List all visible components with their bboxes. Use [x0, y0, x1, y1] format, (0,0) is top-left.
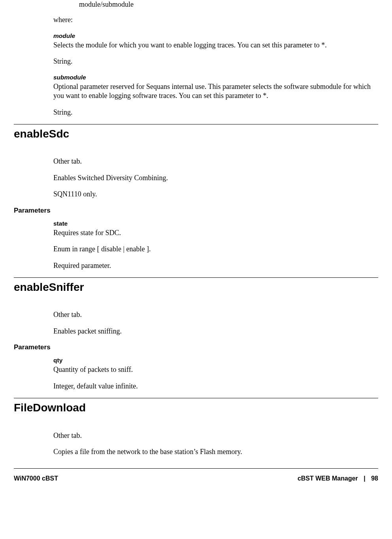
- page-footer: WiN7000 cBST cBST WEB Manager | 98: [14, 472, 378, 491]
- param-term-submodule: submodule: [53, 74, 374, 81]
- parameters-heading: Parameters: [14, 206, 374, 215]
- param-term-module: module: [53, 32, 374, 40]
- heading-enablesniffer: enableSniffer: [14, 280, 378, 294]
- param-required-state: Required parameter.: [53, 261, 374, 270]
- param-desc-state: Requires state for SDC.: [53, 228, 374, 237]
- param-desc-submodule: Optional parameter reserved for Sequans …: [53, 82, 374, 101]
- param-type-qty: Integer, default value infinite.: [53, 382, 374, 391]
- section-body-enablesniffer: Other tab. Enables packet sniffing. Para…: [14, 310, 378, 391]
- footer-right: cBST WEB Manager | 98: [298, 475, 378, 483]
- footer-title: cBST WEB Manager: [298, 475, 358, 482]
- heading-filedownload: FileDownload: [14, 401, 378, 415]
- syntax-line: module/submodule: [53, 0, 374, 9]
- para: Enables Switched Diversity Combining.: [53, 173, 374, 183]
- document-page: module/submodule where: module Selects t…: [0, 0, 392, 514]
- para: Other tab.: [53, 310, 374, 319]
- section-body-enablesdc: Other tab. Enables Switched Diversity Co…: [14, 157, 378, 270]
- where-label: where:: [53, 15, 374, 24]
- param-type-module: String.: [53, 57, 374, 66]
- param-desc-module: Selects the module for which you want to…: [53, 41, 374, 50]
- param-range-state: Enum in range [ disable | enable ].: [53, 245, 374, 254]
- para: Other tab.: [53, 157, 374, 166]
- section-divider: [14, 124, 378, 124]
- section-divider: [14, 277, 378, 278]
- footer-left: WiN7000 cBST: [14, 475, 58, 483]
- footer-separator: |: [364, 475, 365, 482]
- para: Copies a file from the network to the ba…: [53, 447, 374, 456]
- section-body-filedownload: Other tab. Copies a file from the networ…: [14, 431, 378, 457]
- param-type-submodule: String.: [53, 108, 374, 117]
- param-term-state: state: [53, 220, 374, 228]
- parameters-heading: Parameters: [14, 343, 374, 352]
- section-divider: [14, 398, 378, 398]
- page-number: 98: [371, 475, 378, 482]
- param-desc-qty: Quantity of packets to sniff.: [53, 365, 374, 374]
- heading-enablesdc: enableSdc: [14, 127, 378, 141]
- para: SQN1110 only.: [53, 190, 374, 199]
- para: Other tab.: [53, 431, 374, 440]
- content-block: module/submodule where: module Selects t…: [14, 0, 378, 117]
- param-term-qty: qty: [53, 356, 374, 364]
- para: Enables packet sniffing.: [53, 327, 374, 336]
- footer-divider: [14, 468, 378, 469]
